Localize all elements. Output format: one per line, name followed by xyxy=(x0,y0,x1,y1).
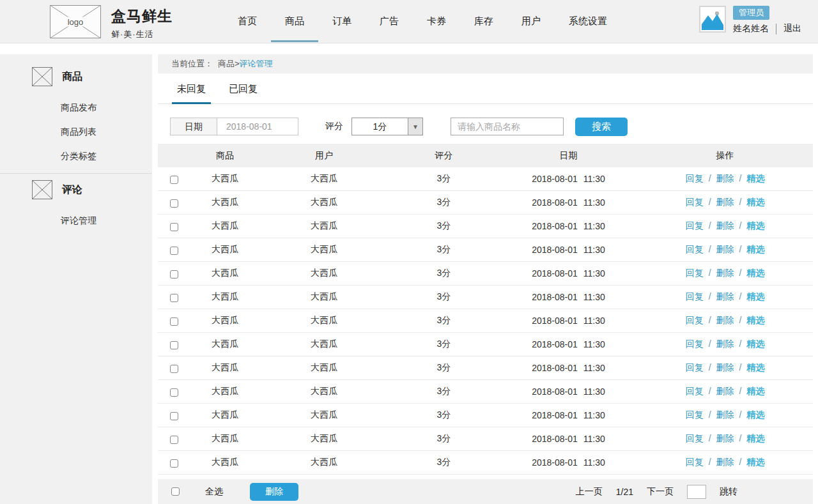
action-reply-link[interactable]: 回复 xyxy=(686,362,704,372)
next-page-button[interactable]: 下一页 xyxy=(647,486,674,498)
action-feature-link[interactable]: 精选 xyxy=(746,386,764,396)
tab-unreplied[interactable]: 未回复 xyxy=(172,83,211,103)
date-input[interactable]: 2018-08-01 xyxy=(217,118,298,135)
action-separator: / xyxy=(706,433,714,443)
action-reply-link[interactable]: 回复 xyxy=(686,433,704,443)
action-reply-link[interactable]: 回复 xyxy=(686,291,704,302)
nav-item-users[interactable]: 用户 xyxy=(521,0,541,43)
page-jump-input[interactable] xyxy=(687,485,706,499)
sidebar-section-head-comments[interactable]: 评论 xyxy=(0,180,152,199)
action-delete-link[interactable]: 删除 xyxy=(716,268,734,278)
action-delete-link[interactable]: 删除 xyxy=(716,433,734,443)
nav-item-ads[interactable]: 广告 xyxy=(380,0,399,43)
action-delete-link[interactable]: 删除 xyxy=(716,220,734,231)
nav-item-inventory[interactable]: 库存 xyxy=(474,0,493,43)
row-user: 大西瓜 xyxy=(260,220,388,232)
search-button[interactable]: 搜索 xyxy=(575,118,628,136)
nav-item-home[interactable]: 首页 xyxy=(238,0,257,43)
action-feature-link[interactable]: 精选 xyxy=(746,268,764,278)
action-separator: / xyxy=(737,173,745,183)
action-feature-link[interactable]: 精选 xyxy=(746,220,764,231)
action-feature-link[interactable]: 精选 xyxy=(746,409,764,420)
tab-replied[interactable]: 已回复 xyxy=(224,83,263,103)
action-reply-link[interactable]: 回复 xyxy=(686,339,704,349)
row-checkbox-cell xyxy=(158,434,190,444)
action-feature-link[interactable]: 精选 xyxy=(746,197,764,207)
action-delete-link[interactable]: 删除 xyxy=(716,409,734,420)
action-reply-link[interactable]: 回复 xyxy=(686,220,704,231)
action-delete-link[interactable]: 删除 xyxy=(716,291,734,302)
row-checkbox[interactable] xyxy=(170,270,178,279)
row-actions: 回复 / 删除 / 精选 xyxy=(637,268,813,279)
row-checkbox[interactable] xyxy=(170,459,178,468)
action-delete-link[interactable]: 删除 xyxy=(716,315,734,325)
action-reply-link[interactable]: 回复 xyxy=(686,268,704,278)
action-reply-link[interactable]: 回复 xyxy=(686,173,704,183)
nav-item-coupons[interactable]: 卡券 xyxy=(427,0,446,43)
action-feature-link[interactable]: 精选 xyxy=(746,315,764,325)
row-checkbox[interactable] xyxy=(170,176,178,184)
action-separator: / xyxy=(737,457,745,467)
action-reply-link[interactable]: 回复 xyxy=(686,409,704,420)
sidebar-item-product-list[interactable]: 商品列表 xyxy=(0,119,152,144)
action-separator: / xyxy=(737,220,745,231)
action-reply-link[interactable]: 回复 xyxy=(686,197,704,207)
row-score: 3分 xyxy=(388,173,500,185)
logout-link[interactable]: 退出 xyxy=(783,23,801,34)
table-row: 大西瓜大西瓜3分2018-08-0111:30回复 / 删除 / 精选 xyxy=(158,309,813,333)
sidebar-item-product-publish[interactable]: 商品发布 xyxy=(0,95,152,119)
prev-page-button[interactable]: 上一页 xyxy=(576,486,603,498)
action-feature-link[interactable]: 精选 xyxy=(746,244,764,254)
row-checkbox[interactable] xyxy=(170,317,178,326)
sidebar-section-head-products[interactable]: 商品 xyxy=(0,67,152,86)
action-feature-link[interactable]: 精选 xyxy=(746,362,764,372)
select-all-checkbox[interactable] xyxy=(171,487,180,496)
action-delete-link[interactable]: 删除 xyxy=(716,386,734,396)
action-delete-link[interactable]: 删除 xyxy=(716,244,734,254)
sidebar-section-products: 商品商品发布商品列表分类标签 xyxy=(0,67,152,168)
action-delete-link[interactable]: 删除 xyxy=(716,339,734,349)
row-actions: 回复 / 删除 / 精选 xyxy=(637,433,813,445)
row-checkbox[interactable] xyxy=(170,365,178,373)
action-delete-link[interactable]: 删除 xyxy=(716,362,734,372)
row-checkbox[interactable] xyxy=(170,412,178,420)
row-checkbox[interactable] xyxy=(170,436,178,444)
row-checkbox-cell xyxy=(158,245,190,255)
action-feature-link[interactable]: 精选 xyxy=(746,173,764,183)
page-jump-label[interactable]: 跳转 xyxy=(720,486,737,498)
search-input[interactable] xyxy=(451,118,564,135)
row-checkbox[interactable] xyxy=(170,223,178,231)
breadcrumb-current[interactable]: 评论管理 xyxy=(240,59,273,68)
action-delete-link[interactable]: 删除 xyxy=(716,197,734,207)
action-reply-link[interactable]: 回复 xyxy=(686,244,704,254)
breadcrumb-parent[interactable]: 商品 xyxy=(218,59,235,68)
table-body: 大西瓜大西瓜3分2018-08-0111:30回复 / 删除 / 精选大西瓜大西… xyxy=(158,167,813,475)
row-checkbox[interactable] xyxy=(170,247,178,255)
action-separator: / xyxy=(706,457,714,467)
action-reply-link[interactable]: 回复 xyxy=(686,386,704,396)
action-feature-link[interactable]: 精选 xyxy=(746,457,764,467)
bulk-delete-button[interactable]: 删除 xyxy=(250,483,298,501)
action-delete-link[interactable]: 删除 xyxy=(716,457,734,467)
nav-item-orders[interactable]: 订单 xyxy=(332,0,351,43)
row-checkbox[interactable] xyxy=(170,388,178,397)
date-filter-button[interactable]: 日期 xyxy=(170,118,217,135)
row-date-value: 2018-08-01 xyxy=(532,339,578,349)
row-checkbox[interactable] xyxy=(170,341,178,349)
action-reply-link[interactable]: 回复 xyxy=(686,315,704,325)
row-checkbox[interactable] xyxy=(170,199,178,208)
action-feature-link[interactable]: 精选 xyxy=(746,291,764,302)
sidebar-item-comment-management[interactable]: 评论管理 xyxy=(0,208,152,233)
nav-item-system-settings[interactable]: 系统设置 xyxy=(569,0,607,43)
action-feature-link[interactable]: 精选 xyxy=(746,433,764,443)
score-select[interactable]: 1分 ▼ xyxy=(351,118,423,135)
action-feature-link[interactable]: 精选 xyxy=(746,339,764,349)
action-reply-link[interactable]: 回复 xyxy=(686,457,704,467)
sidebar-item-category-tags[interactable]: 分类标签 xyxy=(0,144,152,168)
action-delete-link[interactable]: 删除 xyxy=(716,173,734,183)
select-all-label[interactable]: 全选 xyxy=(205,486,223,498)
row-checkbox[interactable] xyxy=(170,294,178,302)
username[interactable]: 姓名姓名 xyxy=(733,23,769,34)
nav-item-products[interactable]: 商品 xyxy=(285,0,304,43)
breadcrumb-label: 当前位置： xyxy=(171,59,213,68)
